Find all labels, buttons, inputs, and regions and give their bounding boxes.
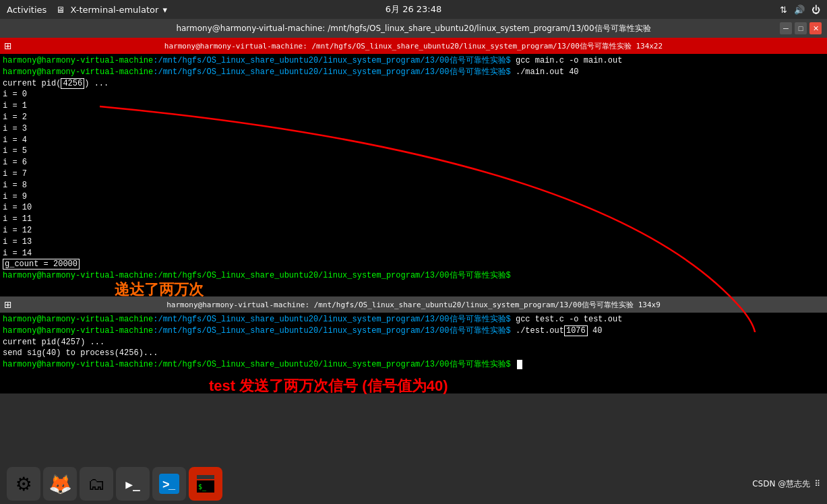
t1-path1: :/mnt/hgfs/OS_linux_share_ubuntu20/linux… (153, 56, 510, 65)
system-bar-right: ⇅ 🔊 ⏻ (780, 5, 820, 15)
t1-i1: i = 1 (3, 100, 824, 112)
t1-i13: i = 13 (3, 237, 824, 248)
taskbar-app-terminal-main[interactable]: $_ (189, 467, 222, 501)
window-controls: ─ □ ✕ (780, 22, 822, 34)
system-bar-clock: 6月 26 23:48 (386, 3, 442, 15)
t1-pid-post: ) ... (84, 79, 109, 88)
t1-pid-value: 4256 (61, 78, 84, 89)
power-icon[interactable]: ⏻ (811, 5, 820, 15)
terminal1-tabbar: ⊞ harmony@harmony-virtual-machine: /mnt/… (0, 38, 827, 54)
t1-i0: i = 0 (3, 89, 824, 100)
t2-cmd2-suffix: 40 (588, 326, 603, 336)
t1-i8: i = 8 (3, 180, 824, 191)
app-name-label[interactable]: X-terminal-emulator (70, 5, 158, 15)
volume-icon[interactable]: 🔊 (794, 5, 805, 15)
svg-text:_: _ (168, 478, 176, 491)
maximize-button[interactable]: □ (795, 22, 807, 34)
app-icon: 🖥 (56, 5, 65, 15)
taskbar-app-terminal-small[interactable]: ▶_ (116, 467, 150, 501)
system-bar: Activities 🖥 X-terminal-emulator ▾ 6月 26… (0, 0, 827, 19)
vscode-icon: > _ (159, 474, 179, 494)
terminal1-tab-icon: ⊞ (4, 40, 12, 51)
t1-i10: i = 10 (3, 202, 824, 214)
svg-rect-5 (197, 475, 214, 479)
taskbar-app-firefox[interactable]: 🦊 (43, 467, 77, 501)
t1-cmd-line2: harmony@harmony-virtual-machine:/mnt/hgf… (3, 67, 824, 78)
terminal2-tab-label: harmony@harmony-virtual-machine: /mnt/hg… (166, 300, 661, 310)
t2-pid-box: 1076 (564, 325, 588, 336)
taskbar: ⚙ 🦊 🗂 ▶_ > _ $_ CSDN @慧志先 ⠿ (0, 464, 827, 504)
window-title: harmony@harmony-virtual-machine: /mnt/hg… (176, 23, 650, 34)
cursor-block (517, 360, 522, 369)
terminal2-tabbar: ⊞ harmony@harmony-virtual-machine: /mnt/… (0, 296, 827, 313)
activities-label[interactable]: Activities (7, 5, 47, 15)
t1-final-prompt-text: harmony@harmony-virtual-machine:/mnt/hgf… (3, 271, 511, 280)
t2-cmd-line2: harmony@harmony-virtual-machine:/mnt/hgf… (3, 325, 824, 337)
terminal1-tab-label: harmony@harmony-virtual-machine: /mnt/hg… (164, 41, 663, 51)
t1-i5: i = 5 (3, 146, 824, 157)
t1-gcount-line: g_count = 20000 (3, 259, 824, 270)
terminal2-tab-icon: ⊞ (4, 299, 12, 310)
network-icon: ⇅ (780, 5, 787, 15)
taskbar-right: CSDN @慧志先 ⠿ (752, 478, 820, 490)
t1-i11: i = 11 (3, 214, 824, 225)
t1-pid-line: current pid(4256) ... (3, 78, 824, 90)
grid-icon: ⠿ (814, 479, 820, 489)
t1-i2: i = 2 (3, 112, 824, 123)
minimize-button[interactable]: ─ (780, 22, 792, 34)
taskbar-app-files[interactable]: 🗂 (80, 467, 113, 501)
terminal1-content: harmony@harmony-virtual-machine:/mnt/hgf… (0, 54, 827, 296)
t1-i4: i = 4 (3, 135, 824, 146)
t2-cmd-line1: harmony@harmony-virtual-machine:/mnt/hgf… (3, 314, 824, 325)
t1-i7: i = 7 (3, 168, 824, 180)
t1-i12: i = 12 (3, 225, 824, 237)
csdn-label: CSDN @慧志先 (752, 478, 810, 490)
t1-pid-pre: current pid( (3, 79, 61, 88)
t2-cmd1: gcc test.c -o test.out (511, 315, 623, 324)
t1-final-prompt: harmony@harmony-virtual-machine:/mnt/hgf… (3, 270, 824, 282)
terminal2-content: harmony@harmony-virtual-machine:/mnt/hgf… (0, 313, 827, 393)
t1-cmd-line1: harmony@harmony-virtual-machine:/mnt/hgf… (3, 55, 824, 67)
t2-pid-line: current pid(4257) ... (3, 337, 824, 348)
t1-i6: i = 6 (3, 157, 824, 168)
t1-prompt2: harmony@harmony-virtual-machine (3, 67, 153, 77)
taskbar-app-vscode[interactable]: > _ (152, 467, 186, 501)
app-indicator: 🖥 X-terminal-emulator ▾ (56, 5, 167, 15)
t2-path1: :/mnt/hgfs/OS_linux_share_ubuntu20/linux… (153, 315, 510, 324)
close-button[interactable]: ✕ (809, 22, 822, 34)
t1-cmd2: ./main.out 40 (511, 67, 579, 77)
dropdown-icon[interactable]: ▾ (162, 5, 167, 15)
taskbar-app-settings[interactable]: ⚙ (7, 467, 40, 501)
svg-text:$_: $_ (198, 483, 207, 491)
t2-send-line: send sig(40) to process(4256)... (3, 348, 824, 359)
t1-i14: i = 14 (3, 248, 824, 259)
t1-i9: i = 9 (3, 191, 824, 203)
t2-prompt2: harmony@harmony-virtual-machine (3, 326, 153, 336)
t2-prompt1: harmony@harmony-virtual-machine (3, 315, 153, 324)
window-titlebar: harmony@harmony-virtual-machine: /mnt/hg… (0, 19, 827, 38)
t2-path2: :/mnt/hgfs/OS_linux_share_ubuntu20/linux… (153, 326, 510, 336)
t2-final-prompt: harmony@harmony-virtual-machine:/mnt/hgf… (3, 359, 824, 371)
t1-cmd1: gcc main.c -o main.out (511, 56, 623, 65)
t1-path2: :/mnt/hgfs/OS_linux_share_ubuntu20/linux… (153, 67, 510, 77)
t2-cmd2: ./test.out (511, 326, 564, 336)
taskbar-apps: ⚙ 🦊 🗂 ▶_ > _ $_ (7, 467, 222, 501)
system-bar-left: Activities 🖥 X-terminal-emulator ▾ (7, 5, 167, 15)
t1-gcount-value: g_count = 20000 (3, 259, 80, 270)
terminal-main-icon: $_ (195, 474, 216, 494)
terminal-small-icon: ▶_ (125, 477, 140, 491)
t1-i3: i = 3 (3, 123, 824, 135)
t2-final-prompt-text: harmony@harmony-virtual-machine:/mnt/hgf… (3, 360, 511, 369)
t1-prompt1: harmony@harmony-virtual-machine (3, 56, 153, 65)
